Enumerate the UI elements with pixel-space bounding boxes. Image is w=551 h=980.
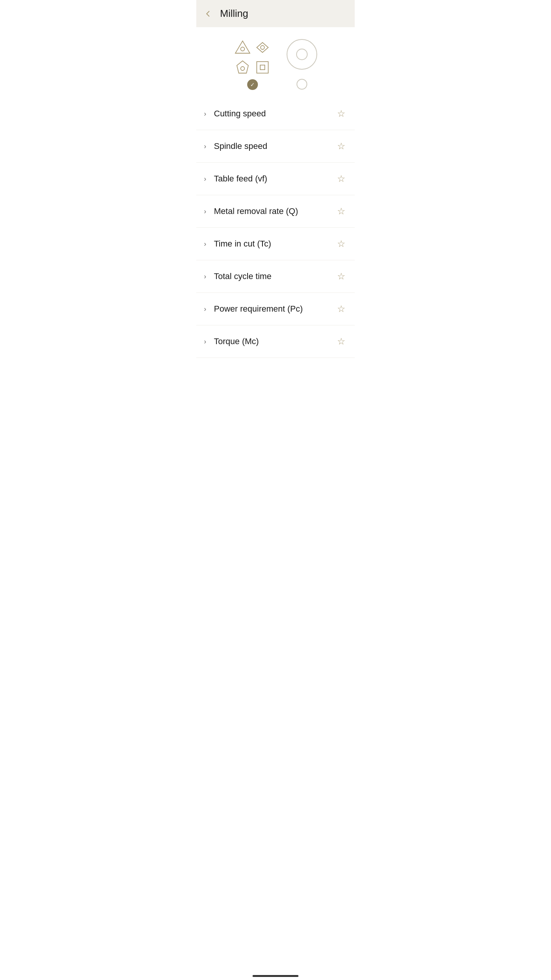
star-icon: ☆ xyxy=(337,304,346,314)
svg-point-4 xyxy=(241,67,245,70)
tool-selector: ✓ xyxy=(196,27,355,98)
svg-rect-6 xyxy=(260,65,265,70)
svg-point-1 xyxy=(241,47,245,51)
item-label: Spindle speed xyxy=(214,141,336,151)
check-icon: ✓ xyxy=(250,82,255,88)
tool-icon-1 xyxy=(234,39,251,56)
item-label: Torque (Mc) xyxy=(214,336,336,346)
star-icon: ☆ xyxy=(337,141,346,151)
svg-point-2 xyxy=(261,46,264,49)
tool-icon-2 xyxy=(254,39,271,56)
page-title: Milling xyxy=(220,8,248,20)
star-icon: ☆ xyxy=(337,173,346,184)
tool-icon-4 xyxy=(254,59,271,76)
star-icon: ☆ xyxy=(337,108,346,119)
list-item-time-in-cut[interactable]: › Time in cut (Tc) ☆ xyxy=(196,228,355,260)
back-button[interactable] xyxy=(202,8,214,20)
list-item-torque[interactable]: › Torque (Mc) ☆ xyxy=(196,325,355,358)
radio-selected[interactable]: ✓ xyxy=(247,79,258,90)
drill-tool-selector xyxy=(287,39,317,90)
star-icon: ☆ xyxy=(337,206,346,216)
chevron-icon: › xyxy=(204,273,206,281)
drill-tool-icon[interactable] xyxy=(287,39,317,70)
chevron-icon: › xyxy=(204,110,206,118)
star-icon: ☆ xyxy=(337,336,346,346)
drill-tool-icon-inner xyxy=(296,49,308,60)
favorite-button-metal-removal-rate[interactable]: ☆ xyxy=(336,204,347,218)
list-item-spindle-speed[interactable]: › Spindle speed ☆ xyxy=(196,130,355,163)
list-item-table-feed[interactable]: › Table feed (vf) ☆ xyxy=(196,163,355,195)
insert-tool-icons xyxy=(234,39,271,76)
favorite-button-table-feed[interactable]: ☆ xyxy=(336,172,347,186)
list-item-cutting-speed[interactable]: › Cutting speed ☆ xyxy=(196,98,355,130)
item-label: Metal removal rate (Q) xyxy=(214,206,336,216)
item-label: Table feed (vf) xyxy=(214,174,336,184)
star-icon: ☆ xyxy=(337,271,346,281)
header: Milling xyxy=(196,0,355,27)
radio-unselected[interactable] xyxy=(297,79,307,90)
chevron-icon: › xyxy=(204,142,206,150)
favorite-button-cutting-speed[interactable]: ☆ xyxy=(336,107,347,121)
favorite-button-total-cycle-time[interactable]: ☆ xyxy=(336,270,347,283)
chevron-icon: › xyxy=(204,207,206,216)
chevron-icon: › xyxy=(204,175,206,183)
list-item-power-requirement[interactable]: › Power requirement (Pc) ☆ xyxy=(196,293,355,325)
favorite-button-time-in-cut[interactable]: ☆ xyxy=(336,237,347,251)
star-icon: ☆ xyxy=(337,238,346,249)
calculations-list: › Cutting speed ☆ › Spindle speed ☆ › Ta… xyxy=(196,98,355,358)
item-label: Power requirement (Pc) xyxy=(214,304,336,314)
chevron-icon: › xyxy=(204,338,206,346)
list-item-metal-removal-rate[interactable]: › Metal removal rate (Q) ☆ xyxy=(196,195,355,228)
item-label: Total cycle time xyxy=(214,271,336,281)
chevron-icon: › xyxy=(204,240,206,248)
tool-icon-3 xyxy=(234,59,251,76)
list-item-total-cycle-time[interactable]: › Total cycle time ☆ xyxy=(196,260,355,293)
favorite-button-power-requirement[interactable]: ☆ xyxy=(336,302,347,316)
svg-marker-3 xyxy=(237,61,248,73)
item-label: Time in cut (Tc) xyxy=(214,239,336,249)
favorite-button-spindle-speed[interactable]: ☆ xyxy=(336,139,347,153)
favorite-button-torque[interactable]: ☆ xyxy=(336,335,347,348)
item-label: Cutting speed xyxy=(214,109,336,119)
chevron-icon: › xyxy=(204,305,206,313)
svg-rect-5 xyxy=(257,62,268,73)
